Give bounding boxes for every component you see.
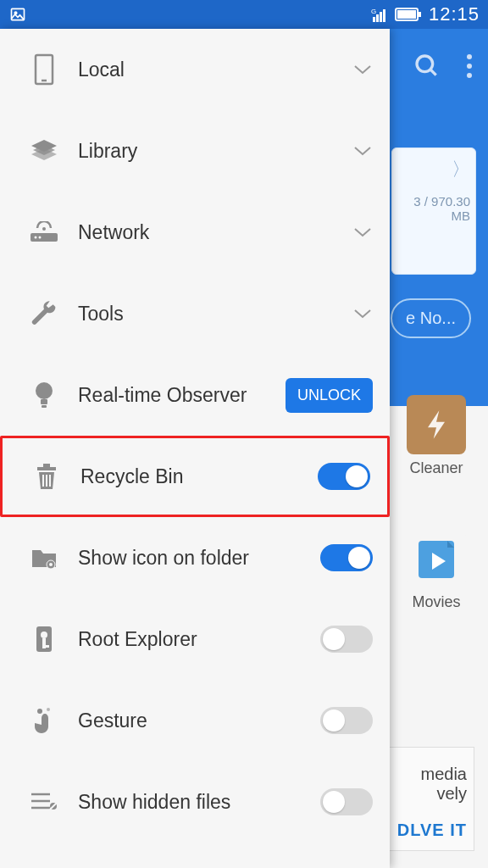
more-icon[interactable] [466, 53, 473, 79]
svg-rect-26 [42, 405, 47, 408]
tile-cleaner-label: Cleaner [398, 459, 474, 477]
svg-rect-5 [380, 12, 382, 22]
svg-point-22 [35, 236, 37, 239]
svg-rect-29 [42, 475, 44, 487]
drawer-item-show-icon[interactable]: Show icon on folder [0, 517, 390, 598]
drawer-item-library[interactable]: Library [0, 110, 390, 192]
svg-point-23 [39, 236, 42, 239]
chevron-down-icon [352, 145, 373, 157]
gesture-toggle[interactable] [320, 707, 373, 734]
unlock-button[interactable]: UNLOCK [286, 378, 373, 413]
picture-icon [8, 6, 27, 23]
phone-icon [25, 53, 63, 86]
status-time: 12:15 [429, 3, 480, 25]
layers-icon [25, 138, 63, 164]
svg-rect-9 [419, 12, 421, 17]
svg-point-20 [42, 227, 46, 231]
drawer-item-label: Tools [63, 303, 352, 326]
drawer-item-network[interactable]: Network [0, 192, 390, 273]
nav-drawer: Local Library Network Tools [0, 29, 390, 868]
drawer-item-label: Library [63, 140, 352, 163]
svg-rect-27 [37, 467, 56, 470]
wrench-icon [25, 300, 63, 327]
chevron-down-icon [352, 64, 373, 75]
drawer-item-label: Show icon on folder [63, 547, 320, 570]
svg-rect-25 [41, 399, 47, 404]
svg-rect-6 [383, 9, 385, 22]
status-bar: G 12:15 [0, 0, 488, 29]
search-icon[interactable] [413, 53, 441, 80]
svg-point-39 [47, 708, 50, 711]
solve-button[interactable]: DLVE IT [389, 821, 467, 840]
drawer-item-root-explorer[interactable]: Root Explorer [0, 598, 390, 680]
chevron-right-icon: 〉 [397, 157, 470, 182]
drawer-item-tools[interactable]: Tools [0, 273, 390, 354]
svg-point-38 [37, 709, 42, 714]
tile-movies[interactable]: Movies [398, 529, 474, 611]
svg-rect-31 [49, 475, 51, 487]
bulb-icon [25, 381, 63, 409]
svg-point-24 [36, 382, 53, 399]
hidden-icon [25, 791, 63, 813]
svg-rect-3 [373, 17, 375, 22]
trash-icon [28, 462, 65, 491]
drawer-item-label: Real-time Observer [63, 384, 286, 407]
svg-point-12 [467, 64, 472, 69]
drawer-item-hidden-files[interactable]: Show hidden files [0, 761, 390, 843]
drawer-item-label: Gesture [63, 709, 320, 732]
drawer-item-gesture[interactable]: Gesture [0, 680, 390, 761]
chevron-down-icon [352, 308, 373, 320]
svg-point-33 [49, 563, 53, 566]
drawer-item-recycle-bin[interactable]: Recycle Bin [0, 436, 390, 517]
media-card[interactable]: media vely DLVE IT [381, 747, 474, 851]
svg-rect-30 [46, 475, 47, 487]
key-icon [25, 625, 63, 654]
tile-movies-label: Movies [398, 593, 474, 611]
svg-text:G: G [371, 8, 376, 15]
tile-cleaner[interactable]: Cleaner [398, 395, 474, 477]
show-icon-toggle[interactable] [320, 544, 373, 571]
gesture-icon [25, 706, 63, 735]
svg-rect-28 [43, 464, 50, 467]
drawer-item-label: Network [63, 221, 352, 244]
drawer-item-label: Show hidden files [63, 791, 320, 814]
analyze-button[interactable]: e No... [391, 298, 471, 338]
folder-eye-icon [25, 545, 63, 570]
storage-size: 3 / 970.30 MB [397, 194, 470, 223]
svg-rect-8 [397, 10, 416, 19]
recycle-bin-toggle[interactable] [318, 463, 370, 490]
drawer-item-label: Recycle Bin [65, 465, 318, 488]
hidden-files-toggle[interactable] [320, 788, 373, 815]
root-explorer-toggle[interactable] [320, 626, 373, 653]
drawer-item-observer[interactable]: Real-time Observer UNLOCK [0, 354, 390, 436]
svg-rect-37 [42, 645, 49, 648]
drawer-item-local[interactable]: Local [0, 29, 390, 110]
svg-point-35 [41, 632, 47, 638]
drawer-item-label: Root Explorer [63, 628, 320, 651]
svg-point-11 [467, 54, 472, 59]
svg-point-13 [467, 73, 472, 78]
battery-icon [395, 7, 422, 22]
drawer-item-label: Local [63, 58, 352, 81]
svg-point-10 [417, 56, 433, 72]
svg-rect-4 [376, 14, 379, 22]
router-icon [25, 221, 63, 243]
storage-card[interactable]: 〉 3 / 970.30 MB [391, 147, 476, 275]
signal-icon: G [371, 7, 388, 22]
chevron-down-icon [352, 226, 373, 238]
